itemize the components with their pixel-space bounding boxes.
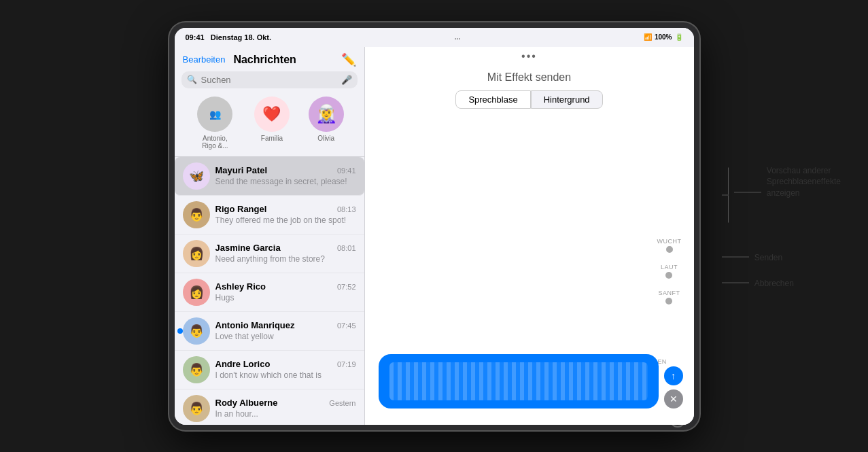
msg-name: Rody Albuerne: [215, 398, 278, 408]
sidebar-title: Nachrichten: [233, 54, 296, 66]
pinned-contact-2[interactable]: 🧝‍♀️ Olivia: [309, 97, 344, 150]
msg-preview: In an hour...: [215, 409, 356, 419]
wifi-icon: 📶: [644, 33, 652, 41]
effect-option-1[interactable]: LAUT: [661, 264, 678, 279]
effect-header: Mit Effekt senden Sprechblase Hintergrun…: [365, 63, 694, 114]
annotation-send-text: Senden: [754, 252, 782, 262]
search-bar[interactable]: 🔍 🎤: [181, 71, 358, 88]
pinned-avatar-1: ❤️: [254, 97, 290, 132]
annotation-line-preview: [734, 192, 761, 192]
msg-preview: They offered me the job on the spot!: [215, 215, 356, 225]
msg-header: Antonio Manriquez07:45: [215, 320, 356, 330]
tab-hintergrund[interactable]: Hintergrund: [531, 90, 603, 109]
compose-button[interactable]: ✏️: [341, 52, 356, 67]
msg-preview: I don't know which one that is: [215, 370, 356, 380]
msg-preview: Send the message in secret, please!: [215, 177, 356, 186]
annotation-cancel-text: Abbrechen: [754, 278, 794, 288]
msg-time: 09:41: [337, 167, 356, 175]
msg-name: Jasmine Garcia: [215, 243, 281, 253]
device-screen: 09:41 Dienstag 18. Okt. ... 📶 100% 🔋: [175, 28, 694, 425]
pinned-label-2: Olivia: [317, 135, 334, 142]
msg-content: Rigo Rangel08:13They offered me the job …: [215, 204, 356, 225]
msg-name: Mayuri Patel: [215, 165, 268, 175]
msg-avatar: 👩: [183, 279, 210, 306]
message-item[interactable]: 👨Rody AlbuerneGesternIn an hour...: [175, 389, 364, 425]
pinned-contact-1[interactable]: ❤️ Familia: [254, 97, 290, 150]
msg-time: 07:45: [337, 321, 356, 330]
main-layout: Bearbeiten Nachrichten ✏️ 🔍 🎤: [175, 47, 694, 425]
status-bar: 09:41 Dienstag 18. Okt. ... 📶 100% 🔋: [175, 28, 694, 47]
message-item[interactable]: 👩Jasmine Garcia08:01Need anything from t…: [175, 234, 364, 273]
msg-name: Antonio Manriquez: [215, 320, 295, 330]
msg-time: 08:01: [337, 244, 356, 252]
effect-tabs: Sprechblase Hintergrund: [365, 90, 694, 109]
cancel-button[interactable]: ✕: [664, 389, 683, 408]
annotation-panel: Vorschau anderer Sprechblaseneffekte anz…: [722, 164, 841, 288]
unread-dot: [177, 328, 183, 334]
effect-option-0[interactable]: WUCHT: [657, 238, 682, 253]
msg-content: Antonio Manriquez07:45Love that yellow: [215, 320, 356, 341]
pinned-label-0: Antonio, Rigo &...: [194, 135, 235, 150]
msg-content: Ashley Rico07:52Hugs: [215, 281, 356, 302]
effect-dot-2: [665, 298, 672, 305]
annotation-preview: Vorschau anderer Sprechblaseneffekte anz…: [722, 164, 841, 222]
tab-sprechblase[interactable]: Sprechblase: [455, 90, 530, 109]
msg-name: Rigo Rangel: [215, 204, 267, 214]
msg-content: Jasmine Garcia08:01Need anything from th…: [215, 243, 356, 264]
annotation-cancel: Abbrechen: [722, 278, 841, 288]
pinned-avatar-0: 👥: [197, 97, 232, 132]
battery-icon: 🔋: [675, 33, 683, 41]
edit-button[interactable]: Bearbeiten: [183, 54, 226, 65]
msg-preview: Hugs: [215, 293, 356, 302]
message-item[interactable]: 👨Antonio Manriquez07:45Love that yellow: [175, 312, 364, 351]
bubble-hidden-text: [389, 362, 648, 400]
bubble-area: ↑ ✕: [379, 354, 660, 411]
pinned-avatar-2: 🧝‍♀️: [309, 97, 344, 132]
right-top-bar: •••: [365, 47, 694, 63]
msg-header: Rody AlbuerneGestern: [215, 398, 356, 408]
msg-preview: Love that yellow: [215, 332, 356, 341]
status-time: 09:41 Dienstag 18. Okt.: [186, 33, 272, 41]
right-panel: ••• Mit Effekt senden Sprechblase Hinter…: [365, 47, 694, 425]
sidebar-header: Bearbeiten Nachrichten ✏️: [175, 47, 364, 71]
msg-time: 07:52: [337, 283, 356, 291]
annotation-brace: [722, 167, 729, 222]
annotation-preview-text: Vorschau anderer Sprechblaseneffekte anz…: [767, 164, 841, 198]
msg-avatar: 👨: [183, 395, 210, 422]
msg-header: Ashley Rico07:52: [215, 281, 356, 292]
msg-header: Mayuri Patel09:41: [215, 165, 356, 175]
msg-avatar: 🦋: [183, 162, 210, 190]
msg-name: Ashley Rico: [215, 281, 266, 292]
status-indicators: 📶 100% 🔋: [644, 33, 683, 41]
pinned-label-1: Familia: [261, 135, 283, 142]
annotation-send: Senden: [722, 252, 841, 262]
effect-dot-0: [666, 246, 673, 253]
pinned-contact-0[interactable]: 👥 Antonio, Rigo &...: [194, 97, 235, 150]
msg-preview: Need anything from the store?: [215, 254, 356, 264]
battery-label: 100%: [655, 33, 672, 41]
message-item[interactable]: 👨Andre Lorico07:19I don't know which one…: [175, 351, 364, 389]
status-dots: ...: [455, 33, 460, 41]
message-bubble: [379, 354, 659, 408]
effect-option-2[interactable]: SANFT: [658, 290, 680, 305]
msg-time: 08:13: [337, 205, 356, 213]
annotation-line-send: [722, 257, 749, 258]
send-button[interactable]: ↑: [664, 366, 683, 385]
search-icon: 🔍: [187, 75, 197, 84]
msg-avatar: 👨: [183, 317, 210, 345]
message-item[interactable]: 🦋Mayuri Patel09:41Send the message in se…: [175, 157, 364, 196]
msg-header: Andre Lorico07:19: [215, 359, 356, 369]
msg-time: 07:19: [337, 360, 356, 368]
msg-avatar: 👨: [183, 356, 210, 383]
msg-content: Rody AlbuerneGesternIn an hour...: [215, 398, 356, 419]
mic-icon: 🎤: [341, 75, 352, 85]
message-item[interactable]: 👩Ashley Rico07:52Hugs: [175, 273, 364, 312]
search-input[interactable]: [201, 75, 337, 85]
dots-menu[interactable]: •••: [521, 50, 537, 63]
message-item[interactable]: 👨Rigo Rangel08:13They offered me the job…: [175, 196, 364, 234]
msg-avatar: 👩: [183, 240, 210, 267]
msg-header: Jasmine Garcia08:01: [215, 243, 356, 253]
chat-area: WUCHT LAUT SANFT: [365, 114, 694, 425]
effect-label-1: LAUT: [661, 264, 678, 271]
device-frame: 09:41 Dienstag 18. Okt. ... 📶 100% 🔋: [169, 22, 699, 430]
